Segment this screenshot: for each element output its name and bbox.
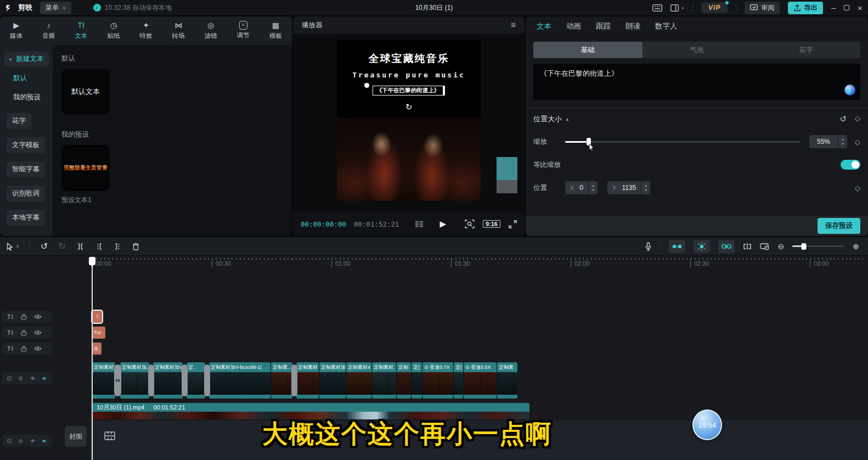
- media-toolbar-tab[interactable]: ♪ 音频: [32, 16, 65, 45]
- eye-icon[interactable]: [30, 438, 35, 444]
- mute-speaker-icon[interactable]: [42, 438, 47, 444]
- uniform-scale-toggle[interactable]: [841, 160, 860, 170]
- video-clip[interactable]: 定制素材加: [319, 362, 346, 399]
- select-tool-button[interactable]: ∨: [7, 243, 19, 250]
- reset-icon[interactable]: ↺: [839, 114, 847, 124]
- scale-value[interactable]: 55%: [809, 135, 838, 148]
- position-y-stepper[interactable]: Y 1135 ▲▼: [607, 181, 650, 194]
- playhead-handle[interactable]: [89, 257, 95, 265]
- preset-text-tile[interactable]: 完整版看主页背景: [61, 145, 110, 191]
- sidebar-item[interactable]: 智能字幕: [7, 161, 45, 177]
- lock-icon[interactable]: [19, 375, 22, 382]
- inspector-tab[interactable]: 文本: [537, 21, 551, 31]
- lock-icon[interactable]: [21, 313, 27, 320]
- inspector-tab[interactable]: 数字人: [655, 21, 678, 31]
- aspect-ratio-badge[interactable]: 9:16: [483, 220, 500, 228]
- inspector-tab[interactable]: 跟踪: [596, 21, 611, 31]
- media-toolbar-tab[interactable]: ✦ 特效: [129, 16, 162, 45]
- layout-switch-button[interactable]: ∨: [670, 4, 684, 12]
- media-toolbar-tab[interactable]: ◎ 滤镜: [195, 16, 227, 45]
- window-close-button[interactable]: ×: [858, 3, 863, 13]
- mute-speaker-icon[interactable]: [42, 375, 47, 382]
- timeline-zoom-slider[interactable]: [792, 245, 844, 247]
- video-clip[interactable]: 定制素材4: [346, 362, 371, 399]
- inspector-tab[interactable]: 朗读: [625, 21, 640, 31]
- sidebar-item[interactable]: 花字: [7, 113, 31, 129]
- sidebar-item[interactable]: 本地字幕: [7, 210, 45, 226]
- video-preview[interactable]: 全球宝藏纯音乐 Treasure pure music 《下午在巴黎的街道上》 …: [337, 40, 481, 201]
- split-clip-button[interactable]: [76, 243, 84, 250]
- inspector-tab[interactable]: 动画: [566, 21, 581, 31]
- lock-icon[interactable]: [19, 437, 22, 444]
- sidebar-item[interactable]: 我的预设: [13, 90, 41, 105]
- video-clip[interactable]: ⊙ 变速0.5X: [464, 362, 497, 399]
- stepper-arrows[interactable]: ▲▼: [589, 181, 598, 194]
- stepper-arrows[interactable]: ▲▼: [838, 135, 847, 148]
- text-clip[interactable]: 全: [92, 343, 102, 355]
- linkage-button[interactable]: [694, 240, 710, 253]
- overlay-caption-text[interactable]: 《下午在巴黎的街道上》: [373, 86, 444, 96]
- ai-assistant-icon[interactable]: [844, 85, 855, 96]
- stepper-arrows[interactable]: ▲▼: [641, 181, 650, 194]
- auto-snap-button[interactable]: [669, 240, 685, 253]
- default-text-tile[interactable]: 默认文本: [61, 69, 110, 115]
- playhead-line[interactable]: [92, 264, 93, 460]
- window-maximize-button[interactable]: [844, 5, 849, 10]
- record-voiceover-icon[interactable]: [645, 242, 652, 251]
- linked-video-clip[interactable]: 10月30日 (1).mp4 00:01:52:21: [92, 403, 529, 412]
- add-clip-film-icon[interactable]: [104, 431, 115, 440]
- text-clip[interactable]: Tre: [92, 327, 105, 339]
- text-content-input[interactable]: 《下午在巴黎的街道上》: [533, 64, 860, 100]
- preview-axis-button[interactable]: [718, 240, 735, 253]
- export-button[interactable]: 导出: [788, 2, 823, 14]
- keyframe-diamond-icon[interactable]: ◇: [855, 114, 860, 124]
- video-clip[interactable]: 定(: [412, 362, 422, 399]
- media-toolbar-tab[interactable]: ⋈ 转场: [162, 16, 195, 45]
- video-clip[interactable]: [204, 364, 210, 396]
- redo-button[interactable]: ↻: [58, 241, 65, 251]
- review-button[interactable]: 审阅: [745, 2, 780, 14]
- scale-value-stepper[interactable]: 55% ▲▼: [809, 135, 847, 148]
- cover-button[interactable]: 封面: [65, 426, 87, 447]
- trim-right-button[interactable]: [114, 243, 122, 250]
- vip-button[interactable]: VIP: [701, 2, 728, 13]
- save-preset-button[interactable]: 保存预设: [818, 218, 860, 234]
- video-clip[interactable]: 定(: [454, 362, 463, 399]
- overlay-subtitle-text[interactable]: Treasure pure music: [337, 71, 481, 79]
- video-clip[interactable]: ⊙ 变速0.7X: [422, 362, 453, 399]
- video-clip[interactable]: 定..: [187, 362, 205, 399]
- overlay-caption-box[interactable]: 《下午在巴黎的街道上》: [337, 86, 481, 96]
- video-clip[interactable]: 定制素材: [92, 362, 115, 399]
- video-clip[interactable]: 定制素材: [296, 362, 319, 399]
- keyframe-diamond-icon[interactable]: ◇: [855, 138, 860, 146]
- selection-handle-dot[interactable]: [364, 83, 369, 88]
- video-clip[interactable]: 定制素材,: [372, 362, 396, 399]
- video-clip[interactable]: 定制素材加..: [120, 362, 149, 399]
- video-clip[interactable]: [182, 364, 188, 396]
- zoom-slider-handle[interactable]: [802, 243, 807, 250]
- window-minimize-button[interactable]: –: [831, 3, 836, 12]
- sidebar-item[interactable]: 文字模板: [7, 137, 45, 153]
- eye-icon[interactable]: [34, 314, 42, 319]
- eye-icon[interactable]: [34, 330, 42, 335]
- scale-slider[interactable]: [565, 141, 801, 143]
- scroll-thumb[interactable]: [497, 157, 517, 180]
- video-clip[interactable]: 定制素..: [271, 362, 292, 399]
- shortcut-keyboard-icon[interactable]: [652, 4, 662, 12]
- sidebar-item[interactable]: 默认: [13, 71, 27, 86]
- media-toolbar-tab[interactable]: TI 文本: [65, 16, 97, 45]
- zoom-in-icon[interactable]: ⊕: [853, 242, 859, 251]
- text-clip[interactable]: 《: [92, 311, 102, 323]
- collapse-caret-icon[interactable]: ▲: [565, 117, 570, 122]
- zoom-out-icon[interactable]: ⊖: [778, 242, 785, 251]
- timeline-ruler[interactable]: 00:00 00:30 01:00 01:30 02:00 02:30 03:0…: [92, 260, 868, 267]
- delete-button[interactable]: [132, 243, 139, 250]
- preview-focus-icon[interactable]: [465, 220, 475, 228]
- video-clip[interactable]: 定制: [397, 362, 411, 399]
- eye-icon[interactable]: [30, 375, 35, 381]
- video-clip[interactable]: 定制素材加V..: [153, 362, 183, 399]
- video-clip[interactable]: [291, 364, 297, 396]
- undo-button[interactable]: ↺: [41, 241, 48, 251]
- video-clip[interactable]: 定制素材加V-bcsc88-1(: [209, 362, 270, 399]
- inspector-subtab[interactable]: 基础: [533, 42, 642, 58]
